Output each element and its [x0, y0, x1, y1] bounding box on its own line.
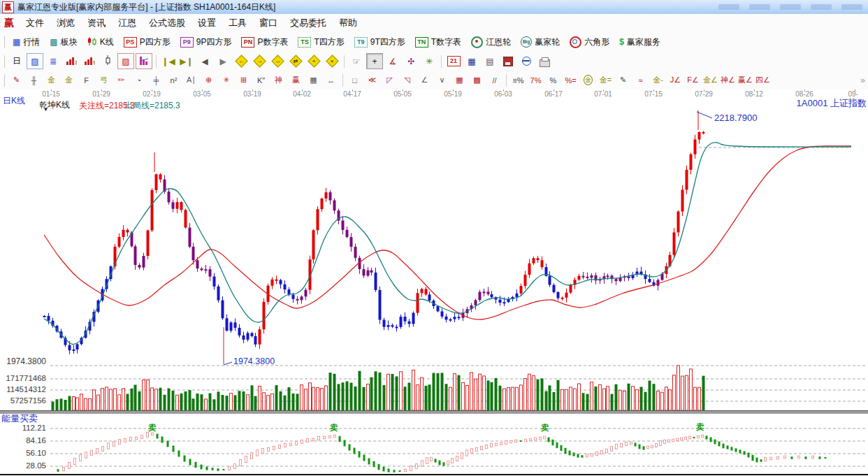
- toolbar-button-net-update[interactable]: [518, 53, 535, 69]
- draw-tool-button[interactable]: ▩: [469, 72, 485, 88]
- draw-tool-button[interactable]: %: [545, 72, 561, 88]
- toolbar-button-trend-chart[interactable]: ▨: [27, 53, 43, 69]
- toolbar-button-crosshair-tool[interactable]: +: [366, 53, 383, 69]
- toolbar-button-p-number[interactable]: PNP数字表: [236, 35, 293, 50]
- draw-tool-button[interactable]: 金: [61, 72, 77, 88]
- toolbar-button-nav-next[interactable]: ▶: [215, 53, 231, 69]
- toolbar-button-zoom-horizontal[interactable]: ↔: [269, 53, 286, 69]
- draw-tool-button[interactable]: A∣: [183, 72, 199, 88]
- toolbar-button-calendar-21[interactable]: 21: [445, 53, 462, 69]
- draw-tool-button[interactable]: 金-: [650, 72, 666, 88]
- draw-tool-button[interactable]: F∠: [685, 72, 701, 88]
- toolbar-button-candle-style-dropdown[interactable]: [99, 53, 116, 69]
- toolbar-button-calculator[interactable]: ▦: [463, 53, 480, 69]
- titlebar-faint-button[interactable]: [749, 4, 770, 10]
- draw-tool-button[interactable]: ⊕: [201, 72, 217, 88]
- toolbar-button-period-day-dropdown[interactable]: 日: [8, 53, 25, 69]
- menu-item-9[interactable]: 帮助: [333, 15, 363, 31]
- draw-tool-button[interactable]: ⊞: [236, 72, 252, 88]
- draw-tool-button[interactable]: n²: [166, 72, 182, 88]
- toolbar-button-angle-tool[interactable]: ∡: [384, 53, 401, 69]
- toolbar-button-gann-tool-green[interactable]: ✳: [421, 53, 437, 69]
- toolbar-button-bars-9[interactable]: 9: [81, 53, 98, 69]
- toolbar-button-nav-prev[interactable]: ◀: [196, 53, 213, 69]
- toolbar-button-t-square[interactable]: TST四方形: [293, 35, 349, 50]
- draw-tool-button[interactable]: □: [347, 72, 363, 88]
- toolbar-button-memo[interactable]: ▤: [482, 53, 498, 69]
- draw-tool-button[interactable]: 金: [580, 72, 596, 88]
- draw-tool-button[interactable]: ✎: [8, 72, 24, 88]
- toolbar-button-hexagon[interactable]: 六角形: [565, 35, 614, 50]
- toolbar-button-winner-wheel[interactable]: Big赢家轮: [516, 35, 565, 50]
- draw-tool-button[interactable]: //: [486, 72, 502, 88]
- draw-tool-button[interactable]: ↔: [323, 72, 339, 88]
- draw-tool-button[interactable]: ∨: [434, 72, 450, 88]
- toolbar-button-gann-tool-purple[interactable]: ✣: [403, 53, 419, 69]
- draw-tool-button[interactable]: K″: [253, 72, 269, 88]
- menu-item-0[interactable]: 文件: [20, 15, 50, 31]
- draw-tool-button[interactable]: 赢: [288, 72, 304, 88]
- menu-item-5[interactable]: 设置: [191, 15, 222, 31]
- toolbar-button-9t-square[interactable]: T99T四方形: [349, 35, 410, 50]
- toolbar-button-t-number[interactable]: TNT数字表: [410, 35, 466, 50]
- draw-tool-button[interactable]: F: [78, 72, 94, 88]
- toolbar-button-nav-first[interactable]: ❙◀: [160, 53, 177, 69]
- toolbar-button-nav-last[interactable]: ▶❙: [178, 53, 195, 69]
- toolbar-button-volume-style[interactable]: [136, 53, 152, 69]
- draw-tool-button[interactable]: ▦: [451, 72, 468, 88]
- draw-tool-button[interactable]: %=: [563, 72, 579, 88]
- draw-tool-button[interactable]: ≡%: [510, 72, 526, 88]
- toolbar-overflow-icon[interactable]: »: [860, 75, 865, 85]
- draw-tool-button[interactable]: ◸: [382, 72, 398, 88]
- toolbar-button-p-square[interactable]: PSP四方形: [119, 35, 175, 50]
- toolbar-button-bars-3[interactable]: 3: [63, 53, 80, 69]
- draw-tool-button[interactable]: ✎: [615, 72, 631, 88]
- titlebar-faint-button[interactable]: [841, 4, 862, 10]
- draw-tool-button[interactable]: J∠: [667, 72, 683, 88]
- menu-item-4[interactable]: 公式选股: [143, 15, 191, 31]
- draw-tool-button[interactable]: ✳: [218, 72, 234, 88]
- draw-tool-button[interactable]: ╫: [26, 72, 42, 88]
- toolbar-button-9p-square[interactable]: P99P四方形: [175, 35, 237, 50]
- draw-tool-button[interactable]: ∠: [417, 72, 433, 88]
- toolbar-button-zoom-right[interactable]: →: [251, 53, 268, 69]
- toolbar-button-print[interactable]: [536, 53, 553, 69]
- toolbar-button-zoom-in[interactable]: +: [305, 53, 322, 69]
- draw-tool-button[interactable]: 金: [43, 72, 59, 88]
- chart-area[interactable]: [0, 100, 868, 476]
- draw-tool-button[interactable]: 金∠: [702, 72, 718, 88]
- menu-item-7[interactable]: 窗口: [253, 15, 284, 31]
- draw-tool-button[interactable]: ╪: [148, 72, 164, 88]
- draw-tool-button[interactable]: 四∠: [755, 72, 771, 88]
- toolbar-button-hand-tool[interactable]: ☞: [348, 53, 365, 69]
- draw-tool-button[interactable]: 神: [270, 72, 287, 88]
- toolbar-button-zoom-out[interactable]: ×: [324, 53, 340, 69]
- draw-tool-button[interactable]: 赢∠: [737, 72, 753, 88]
- toolbar-button-zoom-left[interactable]: ←: [233, 53, 249, 69]
- draw-tool-button[interactable]: ≪: [364, 72, 380, 88]
- draw-tool-button[interactable]: 弓: [96, 72, 112, 88]
- draw-tool-button[interactable]: 神∠: [720, 72, 736, 88]
- titlebar-faint-button[interactable]: [718, 4, 739, 10]
- menu-item-6[interactable]: 工具: [222, 15, 253, 31]
- toolbar-button-f10-info[interactable]: ≣: [45, 53, 62, 69]
- toolbar-button-zoom-swap[interactable]: ⇄: [287, 53, 304, 69]
- toolbar-button-winner-service[interactable]: $赢家服务: [614, 35, 665, 50]
- draw-tool-button[interactable]: ✏: [113, 72, 129, 88]
- toolbar-button-qiankun-toggle[interactable]: ▨: [117, 53, 134, 69]
- menu-item-8[interactable]: 交易委托: [284, 15, 333, 31]
- draw-tool-button[interactable]: ≈: [632, 72, 649, 88]
- toolbar-button-gann-wheel[interactable]: 江恩轮: [466, 35, 516, 50]
- titlebar-faint-button[interactable]: [780, 4, 801, 10]
- menu-item-2[interactable]: 资讯: [81, 15, 112, 31]
- draw-tool-button[interactable]: 金=: [598, 72, 614, 88]
- toolbar-button-quotes[interactable]: ▦行情: [8, 35, 45, 50]
- draw-tool-button[interactable]: 7%: [528, 72, 544, 88]
- toolbar-button-sectors[interactable]: ▩板块: [45, 35, 82, 50]
- draw-tool-button[interactable]: ◹: [399, 72, 415, 88]
- titlebar-faint-button[interactable]: [811, 4, 832, 10]
- draw-tool-button[interactable]: ▦: [305, 72, 321, 88]
- draw-tool-button[interactable]: ◔: [131, 72, 147, 88]
- menu-item-3[interactable]: 江恩: [112, 15, 143, 31]
- menu-item-1[interactable]: 浏览: [50, 15, 81, 31]
